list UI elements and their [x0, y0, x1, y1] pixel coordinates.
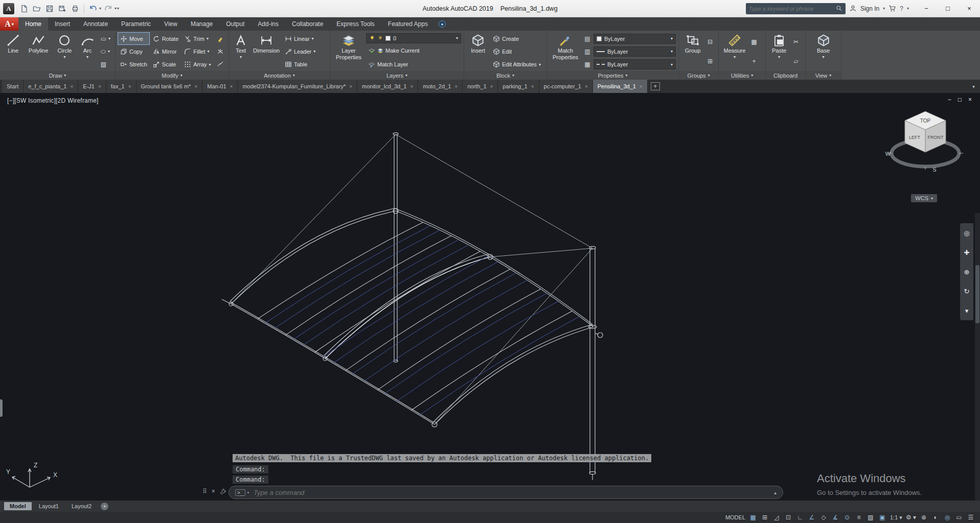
save-icon[interactable] — [44, 3, 55, 14]
close-tab-icon[interactable]: × — [349, 84, 352, 89]
wcs-button[interactable]: WCS▾ — [911, 194, 937, 202]
ribbon-tab-home[interactable]: Home — [18, 17, 48, 31]
file-tab-monitor-lcd-3d-1[interactable]: monitor_lcd_3d_1× — [357, 80, 418, 93]
store-cart-icon[interactable] — [888, 5, 896, 12]
explode-button[interactable] — [215, 45, 226, 57]
fillet-button[interactable]: Fillet▾ — [182, 45, 213, 57]
array-button[interactable]: Array▾ — [182, 59, 213, 70]
left-panel-handle[interactable] — [0, 399, 3, 417]
join-button[interactable] — [215, 59, 226, 70]
close-tab-icon[interactable]: × — [454, 84, 458, 89]
object-color-select[interactable]: ByLayer ▾ — [594, 34, 676, 44]
viewcube-west-label[interactable]: W — [885, 151, 891, 157]
infer-constraints-icon[interactable]: ◿ — [771, 513, 782, 522]
mirror-button[interactable]: Mirror — [151, 45, 180, 57]
ribbon-tab-parametric[interactable]: Parametric — [115, 17, 157, 31]
ortho-mode-icon[interactable]: ∟ — [795, 513, 805, 522]
ribbon-tab-output[interactable]: Output — [219, 17, 251, 31]
command-history-toggle-icon[interactable]: ▴ — [774, 490, 777, 495]
ribbon-tab-view[interactable]: View — [157, 17, 184, 31]
properties-list-icon[interactable]: ▤ — [584, 35, 590, 42]
close-tab-icon[interactable]: × — [490, 84, 493, 89]
orbit-icon[interactable]: ↻ — [964, 288, 970, 295]
lineweight-select[interactable]: ByLayer ▾ — [594, 46, 676, 57]
scale-button[interactable]: Scale — [151, 59, 180, 70]
properties-grid-icon[interactable]: ▦ — [584, 61, 590, 68]
panel-draw-footer[interactable]: Draw▾ — [0, 71, 115, 80]
help-search-box[interactable] — [746, 3, 846, 14]
model-space-button[interactable]: MODEL — [724, 513, 746, 522]
close-tab-icon[interactable]: × — [585, 84, 588, 89]
plot-icon[interactable] — [70, 3, 81, 14]
layer-properties-button[interactable]: Layer Properties — [333, 32, 364, 71]
measure-button[interactable]: Measure ▾ — [721, 32, 748, 71]
file-tab-e-j1[interactable]: E-J1× — [78, 80, 106, 93]
make-current-button[interactable]: Make Current — [366, 45, 461, 57]
circle-button[interactable]: Circle ▾ — [53, 32, 76, 71]
file-tab-north-1[interactable]: north_1× — [463, 80, 498, 93]
annotation-scale-button[interactable]: 1:1 ▾ — [889, 513, 903, 522]
transparency-icon[interactable]: ▨ — [865, 513, 876, 522]
leader-button[interactable]: Leader▾ — [283, 45, 317, 57]
move-button[interactable]: Move — [118, 33, 149, 44]
panel-clipboard-footer[interactable]: Clipboard — [766, 71, 805, 80]
search-input[interactable] — [749, 6, 833, 12]
vertical-scrollbar[interactable] — [975, 213, 980, 501]
table-button[interactable]: Table — [283, 59, 317, 70]
ribbon-tab-add-ins[interactable]: Add-ins — [251, 17, 285, 31]
graphics-performance-icon[interactable]: ◎ — [942, 513, 952, 522]
customization-icon[interactable]: ☰ — [966, 513, 976, 522]
minimize-button[interactable]: − — [916, 0, 937, 17]
file-tab-start[interactable]: Start — [2, 80, 24, 93]
paste-button[interactable]: Paste ▾ — [768, 32, 790, 71]
layout-tab-model[interactable]: Model — [4, 502, 32, 510]
base-button[interactable]: Base ▾ — [813, 32, 834, 71]
ribbon-tab-manage[interactable]: Manage — [184, 17, 219, 31]
panel-properties-footer[interactable]: Properties▾ — [547, 71, 678, 80]
dock-close-icon[interactable]: × — [212, 488, 215, 495]
match-properties-button[interactable]: Match Properties — [550, 32, 581, 71]
new-layout-button[interactable]: + — [101, 503, 108, 510]
navigation-bar[interactable]: ◎✚⊕↻▾ — [960, 223, 973, 320]
pan-icon[interactable]: ✚ — [964, 249, 970, 256]
layer-select[interactable]: ☀ 0 ▾ — [366, 33, 461, 43]
close-tab-icon[interactable]: × — [70, 84, 73, 89]
panel-groups-footer[interactable]: Groups▾ — [679, 71, 718, 80]
panel-block-footer[interactable]: Block▾ — [464, 71, 546, 80]
close-tab-icon[interactable]: × — [194, 84, 197, 89]
close-tab-icon[interactable]: × — [410, 84, 413, 89]
save-as-icon[interactable] — [57, 3, 68, 14]
panel-annotation-footer[interactable]: Annotation▾ — [229, 71, 330, 80]
linear-button[interactable]: Linear▾ — [283, 33, 317, 44]
linetype-select[interactable]: ByLayer ▾ — [594, 59, 676, 69]
model-space-viewport[interactable]: Z Y X [−][SW Isometric][2D Wireframe] − … — [0, 93, 980, 501]
lineweight-icon[interactable]: ≡ — [854, 513, 864, 522]
tab-overflow-caret-icon[interactable]: ▾ — [972, 80, 980, 93]
text-button[interactable]: Text ▾ — [232, 32, 250, 71]
panel-modify-footer[interactable]: Modify▾ — [116, 71, 229, 80]
stretch-button[interactable]: Stretch — [118, 59, 149, 70]
quick-calc-icon[interactable]: ▦ — [751, 38, 757, 45]
workspace-switching-icon[interactable]: ⚙ ▾ — [905, 513, 917, 522]
circle-caret-icon[interactable]: ▾ — [63, 55, 65, 59]
dynamic-input-icon[interactable]: ⊡ — [783, 513, 793, 522]
help-caret-icon[interactable]: ▾ — [907, 6, 909, 11]
group-button[interactable]: Group — [681, 32, 704, 71]
edit-block-button[interactable]: Edit — [491, 45, 543, 57]
ellipse-button[interactable]: ⬭▾ — [99, 45, 112, 57]
line-button[interactable]: Line — [3, 32, 24, 71]
panel-view-footer[interactable]: View▾ — [806, 71, 841, 80]
ribbon-tab-collaborate[interactable]: Collaborate — [285, 17, 330, 31]
hatch-button[interactable]: ▨ — [99, 59, 112, 70]
dock-customize-wrench-icon[interactable] — [220, 488, 226, 495]
ribbon-tab-express-tools[interactable]: Express Tools — [330, 17, 381, 31]
file-tab-fax-1[interactable]: fax_1× — [106, 80, 136, 93]
polyline-button[interactable]: Polyline — [25, 32, 51, 71]
close-tab-icon[interactable]: × — [98, 84, 101, 89]
dimension-button[interactable]: Dimension — [252, 32, 281, 71]
full-navigation-wheel-icon[interactable]: ◎ — [964, 229, 969, 237]
file-tab-ground-tank-5x6-m[interactable]: Ground tank 5x6 m*× — [136, 80, 203, 93]
edit-attributes-button[interactable]: Edit Attributes▾ — [491, 59, 543, 70]
close-tab-icon[interactable]: × — [128, 84, 131, 89]
viewcube-front-face[interactable]: FRONT — [928, 135, 944, 140]
